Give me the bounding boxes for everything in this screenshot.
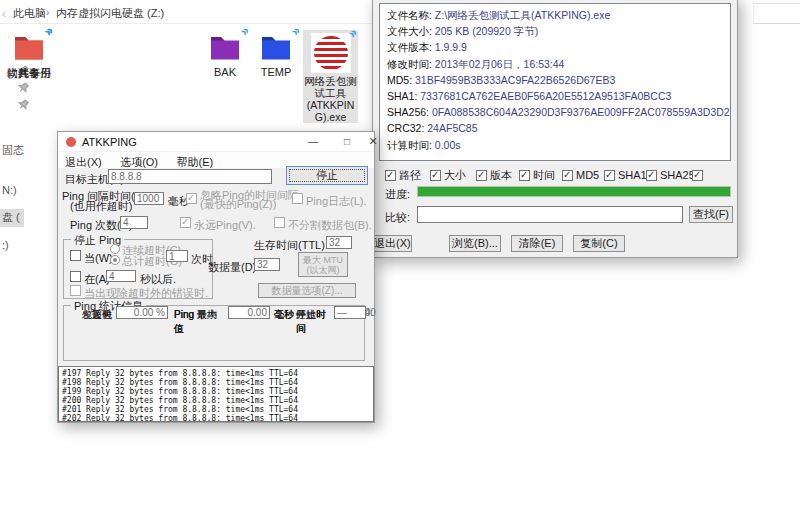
ping-forever-checkbox[interactable] [180, 217, 191, 228]
data-size-input[interactable] [254, 258, 280, 271]
stat-value: 0.00 [228, 306, 270, 319]
checkbox-icon[interactable] [519, 170, 530, 181]
stat-value: — [334, 306, 366, 319]
stat-label: 停止时间 [296, 308, 334, 336]
folder-label: BAK [196, 66, 254, 78]
hash-action-button[interactable]: 复制(C) [573, 235, 625, 252]
hash-result-label: SHA256: [387, 106, 429, 118]
hash-option-checkbox[interactable]: CRC32 [692, 165, 737, 178]
progress-bar [417, 186, 731, 197]
ping-log-line: #197 Reply 32 bytes from 8.8.8.8: time<1… [62, 369, 370, 378]
pin-icon [18, 99, 29, 110]
ping-log-line: #198 Reply 32 bytes from 8.8.8.8: time<1… [62, 378, 370, 387]
compare-input[interactable] [417, 206, 683, 223]
hash-option-label: MD5 [576, 169, 599, 181]
hash-option-checkbox[interactable]: 路径 [385, 165, 421, 178]
target-host-input[interactable] [108, 169, 272, 184]
stop-after-input[interactable] [106, 270, 136, 282]
continuous-timeout-radio[interactable] [110, 244, 120, 254]
folder-icon [209, 33, 241, 60]
ignore-interval-checkbox[interactable] [186, 193, 197, 204]
stop-when-checkbox[interactable] [70, 250, 81, 261]
ttl-input[interactable] [326, 236, 352, 249]
hash-result-value: 7337681CA762EAEB0F56A20E5512A9513FA0BCC3 [420, 90, 671, 102]
timeout-times-input[interactable] [166, 250, 188, 262]
ping-count-input[interactable] [120, 216, 148, 229]
folder-item[interactable]: » 尚武专用 [0, 33, 58, 81]
checkbox-icon[interactable] [562, 170, 573, 181]
folder-item[interactable]: » BAK [196, 33, 254, 78]
checkbox-icon[interactable] [385, 170, 396, 181]
checkbox-icon[interactable] [646, 170, 657, 181]
no-split-checkbox[interactable] [274, 217, 285, 228]
hash-result-label: 计算时间: [387, 139, 432, 151]
close-button[interactable]: ✕ [362, 132, 384, 151]
folder-item[interactable]: » TEMP [247, 33, 305, 78]
folder-icon [13, 33, 45, 60]
max-mtu-button[interactable]: 最大 MTU (以太网) [298, 252, 348, 277]
hash-result-label: 文件名称: [387, 9, 432, 21]
minimize-button[interactable]: — [302, 132, 324, 151]
exe-file-label: 网络丢包测 试工具 (ATKKPIN G).exe [303, 75, 358, 123]
stop-after-checkbox[interactable] [70, 271, 81, 282]
pin-icon [18, 82, 29, 93]
stop-on-error-checkbox[interactable] [70, 285, 81, 296]
hash-result-value: Z:\网络丢包测试工具(ATKKPING).exe [435, 9, 610, 21]
hash-result-value: 2013年02月06日，16:53:44 [435, 58, 565, 70]
checkbox-icon[interactable] [430, 170, 441, 181]
hash-option-checkbox[interactable]: SHA1 [604, 165, 647, 178]
stat-label: 包丢失 [70, 308, 112, 322]
hash-action-button[interactable]: 清除(E) [511, 235, 563, 252]
exe-file-item-selected[interactable]: » 网络丢包测 试工具 (ATKKPIN G).exe [303, 30, 358, 123]
hash-result-label: 文件大小: [387, 25, 432, 37]
menu-item[interactable]: 选项(O) [113, 154, 165, 170]
menu-item[interactable]: 退出(X) [58, 154, 109, 170]
hash-option-checkbox[interactable]: 版本 [476, 165, 512, 178]
nav-item-fragment[interactable]: N:) [2, 184, 17, 196]
hash-result-line: MD5: 31BF4959B3B333AC9FA22B6526D67EB3 [387, 72, 723, 88]
nav-item-fragment[interactable]: 固态 [2, 143, 24, 158]
ping-log-output[interactable]: #197 Reply 32 bytes from 8.8.8.8: time<1… [58, 366, 374, 422]
hash-option-checkbox[interactable]: 大小 [430, 165, 466, 178]
menu-item[interactable]: 帮助(E) [169, 154, 220, 170]
ping-forever-label: 永远Ping(V). [194, 218, 256, 233]
ignore-interval-sublabel: (最快的Ping(Z)) [200, 197, 276, 212]
ping-log-line: #199 Reply 32 bytes from 8.8.8.8: time<1… [62, 387, 370, 396]
hash-result-label: 修改时间: [387, 58, 432, 70]
data-options-button[interactable]: 数据量选项(Z)... [258, 283, 356, 298]
exe-label-line: G).exe [303, 111, 358, 123]
checkbox-icon[interactable] [604, 170, 615, 181]
ping-log-checkbox[interactable] [292, 193, 303, 204]
hash-result-line: SHA1: 7337681CA762EAEB0F56A20E5512A9513F… [387, 88, 723, 104]
breadcrumb-root[interactable]: 此电脑 [13, 6, 46, 21]
hash-result-value: 0.00s [435, 139, 461, 151]
title-bar[interactable]: ATKKPING — □ ✕ [58, 132, 374, 152]
interval-input[interactable] [134, 192, 164, 205]
nav-item-fragment-selected[interactable]: 盘 ( [0, 209, 24, 227]
header-divider [0, 23, 372, 24]
breadcrumb-path[interactable]: 内存虚拟闪电硬盘 (Z:) [56, 6, 164, 21]
total-timeout-radio[interactable] [110, 255, 120, 265]
hash-result-line: 修改时间: 2013年02月06日，16:53:44 [387, 56, 723, 72]
hash-option-checkbox[interactable]: 时间 [519, 165, 555, 178]
checkbox-icon[interactable] [692, 170, 703, 181]
hash-option-label: 大小 [444, 169, 466, 181]
atkkping-exe-icon [314, 36, 348, 70]
hash-action-button[interactable]: 浏览(B)... [449, 235, 501, 252]
folder-icon [260, 33, 292, 60]
progress-label: 进度: [385, 187, 410, 202]
hash-result-label: CRC32: [387, 122, 424, 134]
checkbox-icon[interactable] [476, 170, 487, 181]
hash-results-panel[interactable]: 文件名称: Z:\网络丢包测试工具(ATKKPING).exe 文件大小: 20… [379, 3, 731, 161]
data-size-label: 数据量(D): [208, 260, 259, 275]
hash-action-button[interactable]: 退出(X) [373, 235, 412, 252]
nav-item-fragment[interactable]: :) [2, 239, 9, 251]
breadcrumb-back-icon[interactable]: ‹ [2, 7, 9, 18]
maximize-button[interactable]: □ [336, 132, 358, 151]
hash-result-value: 24AF5C85 [427, 122, 477, 134]
find-button[interactable]: 查找(F) [689, 206, 733, 223]
max-mtu-line1: 最大 MTU [299, 255, 347, 265]
stop-button[interactable]: 停止 [286, 166, 368, 185]
hash-option-checkbox[interactable]: MD5 [562, 165, 599, 178]
stat-label: Ping 平均值 [174, 308, 226, 336]
